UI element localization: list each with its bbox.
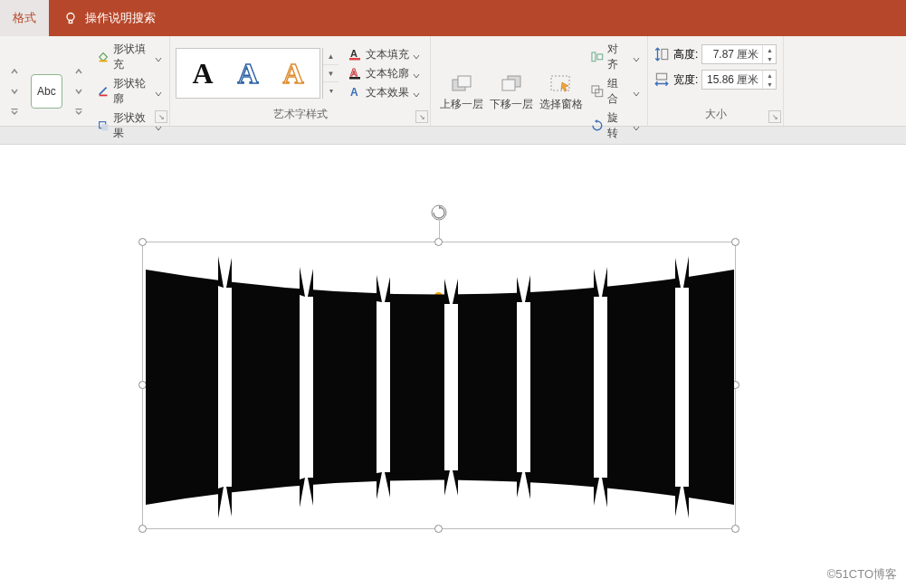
width-label: 宽度: [673, 72, 698, 88]
selection-pane-icon [548, 73, 574, 95]
watermark: ©51CTO博客 [827, 566, 897, 583]
resize-handle-tr[interactable] [731, 238, 739, 246]
text-fill-button[interactable]: A 文本填充 [346, 45, 422, 64]
tell-me-label: 操作说明搜索 [85, 10, 156, 26]
svg-rect-9 [349, 58, 360, 61]
shape-outline-button[interactable]: 形状轮廓 [95, 74, 164, 109]
gallery-down-button-2[interactable] [70, 81, 88, 101]
text-fill-icon: A [348, 47, 362, 62]
align-label: 对齐 [607, 42, 629, 72]
rotate-handle[interactable] [431, 204, 447, 221]
slide-canvas[interactable] [0, 145, 906, 588]
height-spinner[interactable]: ▲ ▼ [701, 44, 777, 64]
send-backward-icon [499, 73, 524, 95]
bring-forward-button[interactable]: 上移一层 [436, 71, 486, 112]
effects-icon [97, 119, 110, 133]
wordart-gallery-more[interactable]: ▾ [323, 82, 339, 99]
tab-format[interactable]: 格式 [0, 0, 49, 36]
svg-rect-7 [101, 124, 108, 130]
gallery-down-button[interactable] [5, 81, 24, 101]
wordart-style-2[interactable]: A [237, 57, 258, 90]
lightbulb-icon [63, 11, 78, 25]
svg-rect-17 [551, 76, 569, 90]
width-input[interactable] [702, 73, 762, 86]
bring-forward-label: 上移一层 [440, 97, 483, 112]
svg-rect-27 [313, 251, 377, 523]
svg-rect-5 [99, 95, 107, 97]
gallery-up-button-2[interactable] [70, 62, 88, 81]
gallery-more-button[interactable] [5, 101, 24, 121]
text-effects-label: 文本效果 [366, 85, 409, 100]
width-spin-down[interactable]: ▼ [763, 80, 776, 89]
shape-fill-label: 形状填充 [113, 42, 151, 72]
svg-text:A: A [350, 48, 358, 59]
group-wordart-styles: A A A ▲ ▼ ▾ A 文本填充 A 文本轮廓 [170, 36, 431, 126]
svg-rect-22 [662, 49, 668, 59]
rotate-connector [439, 221, 440, 238]
group-shape-styles: Abc 形状填充 形状轮廓 形 [0, 36, 170, 126]
group-action-label: 组合 [607, 76, 629, 107]
shape-styles-dialog-launcher[interactable]: ↘ [155, 110, 167, 123]
shape-style-preview[interactable]: Abc [31, 74, 62, 109]
height-spin-up[interactable]: ▲ [763, 45, 776, 54]
chevron-down-icon [413, 89, 420, 96]
shape-selection-box[interactable] [142, 242, 736, 529]
rotate-button[interactable]: 旋转 [588, 109, 642, 143]
text-effects-icon: A [348, 85, 362, 100]
width-spin-up[interactable]: ▲ [763, 71, 776, 80]
height-spin-down[interactable]: ▼ [763, 54, 776, 63]
send-backward-label: 下移一层 [490, 97, 533, 112]
resize-handle-bl[interactable] [138, 525, 147, 533]
resize-handle-tl[interactable] [138, 238, 147, 246]
width-spinner[interactable]: ▲ ▼ [701, 70, 777, 90]
wordart-text-buttons: A 文本填充 A 文本轮廓 A 文本效果 [342, 45, 422, 102]
resize-handle-t[interactable] [434, 238, 443, 246]
arrange-stacked-buttons: 对齐 组合 旋转 [587, 40, 642, 143]
svg-rect-2 [12, 109, 18, 109]
height-icon [653, 46, 670, 62]
bucket-icon [97, 50, 110, 64]
text-outline-label: 文本轮廓 [366, 66, 409, 81]
wordart-style-1[interactable]: A [192, 57, 213, 90]
group-arrange: 上移一层 下移一层 选择窗格 对齐 组合 [431, 36, 648, 126]
svg-rect-3 [75, 109, 81, 109]
height-input[interactable] [702, 48, 762, 61]
selected-shape[interactable] [146, 251, 734, 523]
shape-format-buttons: 形状填充 形状轮廓 形状效果 [91, 40, 164, 143]
wordart-gallery: A A A [176, 48, 320, 99]
gallery-more-button-2[interactable] [70, 101, 88, 121]
chevron-down-icon [633, 53, 640, 61]
svg-rect-30 [530, 251, 594, 523]
wordart-style-3[interactable]: A [282, 57, 303, 90]
size-dialog-launcher[interactable]: ↘ [768, 110, 781, 123]
wordart-gallery-up[interactable]: ▲ [323, 48, 339, 65]
svg-point-0 [67, 14, 74, 21]
resize-handle-br[interactable] [731, 525, 739, 533]
shape-fill-button[interactable]: 形状填充 [95, 40, 164, 74]
gallery-up-button[interactable] [5, 62, 24, 81]
rotate-icon [590, 119, 605, 133]
send-backward-button[interactable]: 下移一层 [486, 71, 536, 112]
resize-handle-b[interactable] [434, 525, 443, 533]
tell-me-search[interactable]: 操作说明搜索 [49, 0, 170, 36]
align-button[interactable]: 对齐 [588, 40, 642, 74]
height-label: 高度: [673, 47, 698, 62]
text-outline-button[interactable]: A 文本轮廓 [346, 64, 422, 83]
wordart-dialog-launcher[interactable]: ↘ [415, 110, 428, 123]
text-fill-label: 文本填充 [366, 47, 409, 62]
text-effects-button[interactable]: A 文本效果 [346, 83, 422, 102]
svg-rect-28 [390, 251, 444, 523]
svg-rect-4 [99, 61, 107, 62]
wordart-gallery-down[interactable]: ▼ [323, 65, 339, 82]
svg-rect-31 [607, 251, 675, 523]
shape-effects-button[interactable]: 形状效果 [95, 109, 164, 143]
rotate-label: 旋转 [607, 110, 629, 141]
group-icon [590, 84, 605, 99]
selection-pane-button[interactable]: 选择窗格 [537, 71, 587, 112]
group-button[interactable]: 组合 [588, 74, 642, 109]
tab-format-label: 格式 [13, 10, 36, 26]
svg-rect-23 [656, 73, 666, 80]
size-group-label: 大小 [653, 107, 777, 124]
svg-rect-25 [146, 251, 218, 523]
wordart-gallery-scroll: ▲ ▼ ▾ [322, 48, 339, 99]
